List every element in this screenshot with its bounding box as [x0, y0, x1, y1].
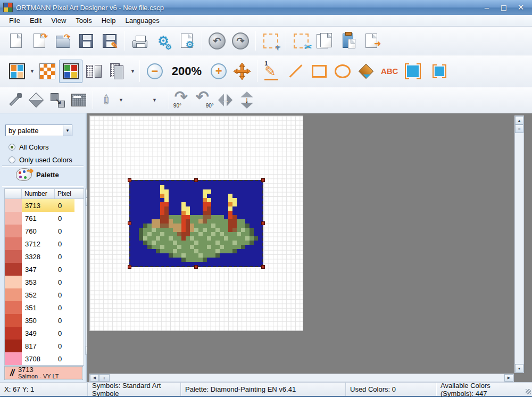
paste-button[interactable]: [336, 29, 360, 53]
close-button[interactable]: ✕: [516, 3, 526, 12]
save-button[interactable]: [74, 29, 98, 53]
color-swatch: [5, 225, 22, 237]
handle-sw[interactable]: [128, 265, 131, 269]
handle-nw[interactable]: [128, 178, 131, 182]
scroll-right-icon[interactable]: ▶: [504, 374, 513, 382]
color-view-button[interactable]: [59, 60, 82, 83]
pattern-panels-button[interactable]: [82, 60, 106, 83]
open-file-button[interactable]: ↷: [51, 29, 74, 53]
flip-horizontal-button[interactable]: →: [215, 90, 236, 110]
grid-toggle-button[interactable]: [68, 90, 89, 110]
page-settings-button[interactable]: ⚙: [175, 29, 198, 53]
eraser-tool-button[interactable]: [26, 90, 47, 110]
rectangle-tool-button[interactable]: [307, 60, 331, 83]
menu-item-help[interactable]: Help: [97, 15, 121, 26]
color-row-347[interactable]: 3470: [5, 263, 84, 276]
pencil-tool-button[interactable]: 1✎: [261, 60, 284, 83]
select-tool-button[interactable]: ➤: [259, 29, 282, 53]
copy-icon: [317, 33, 332, 49]
color-row-349[interactable]: 3490: [5, 327, 84, 340]
color-row-3708[interactable]: 37080: [5, 352, 84, 365]
layers-button[interactable]: [106, 60, 129, 83]
fill-tool-button[interactable]: [354, 60, 378, 83]
marker-dropdown[interactable]: ▼: [119, 97, 123, 103]
maximize-button[interactable]: ◻: [499, 3, 509, 12]
zoom-out-button[interactable]: −: [143, 60, 167, 83]
menu-item-languages[interactable]: Languages: [120, 15, 164, 26]
color-row-352[interactable]: 3520: [5, 288, 84, 301]
scroll-left-icon[interactable]: ◀: [90, 374, 99, 382]
handle-s[interactable]: [194, 265, 198, 269]
menu-item-edit[interactable]: Edit: [25, 15, 46, 26]
layers-dropdown[interactable]: ▼: [130, 69, 135, 74]
horizontal-scroll-thumb[interactable]: ‖: [99, 374, 110, 382]
radio-all-colors[interactable]: All Colors: [9, 143, 49, 151]
handle-se[interactable]: [261, 265, 265, 269]
color-row-817[interactable]: 8170: [5, 340, 84, 352]
text-tool-button[interactable]: ABC: [378, 60, 401, 83]
selection-region[interactable]: [129, 180, 263, 267]
color-row-3328[interactable]: 33280: [5, 250, 84, 263]
color-row-761[interactable]: 7610: [5, 212, 84, 225]
color-row-350[interactable]: 3500: [5, 314, 84, 327]
color-pixel-count: 0: [55, 301, 74, 314]
color-row-351[interactable]: 3510: [5, 301, 84, 314]
palette-view-button[interactable]: [5, 60, 29, 83]
menu-item-view[interactable]: View: [46, 15, 71, 26]
pipette-tool-button[interactable]: [4, 90, 26, 110]
handle-w[interactable]: [128, 221, 131, 225]
handle-n[interactable]: [194, 178, 198, 182]
undo-button[interactable]: ↶: [205, 29, 229, 53]
radio-used-colors[interactable]: Only used Colors: [9, 156, 72, 164]
status-palette: Palette: Diamond-Painting EN v6.41: [181, 383, 346, 396]
header-pixel[interactable]: Pixel: [55, 189, 74, 198]
selected-color-box[interactable]: // 3713 Salmon - VY LT: [4, 366, 83, 380]
rotate-ccw-button[interactable]: ↶90°: [194, 90, 215, 110]
new-file-button[interactable]: [4, 29, 28, 53]
scissors-icon: ✂: [304, 42, 312, 53]
minimize-button[interactable]: –: [482, 3, 492, 12]
handle-ne[interactable]: [261, 178, 265, 182]
ellipse-tool-button[interactable]: [331, 60, 354, 83]
marker-tool-button[interactable]: ✐: [96, 90, 118, 110]
fill-rect-button[interactable]: [401, 60, 425, 83]
rotate-cw-button[interactable]: ↷90°: [172, 90, 194, 110]
palette-view-dropdown[interactable]: ▼: [30, 69, 35, 74]
line-tool-button[interactable]: [284, 60, 307, 83]
menu-item-file[interactable]: File: [4, 15, 25, 26]
vertical-scrollbar[interactable]: ▲ = ▼: [514, 115, 524, 373]
fill-rect-small-button[interactable]: [428, 60, 451, 83]
import-image-button[interactable]: ↷: [28, 29, 51, 53]
color-row-3712[interactable]: 37120: [5, 237, 84, 250]
handle-e[interactable]: [261, 221, 265, 225]
scroll-up-icon[interactable]: ▲: [515, 116, 523, 125]
color-row-760[interactable]: 7600: [5, 225, 84, 237]
save-as-button[interactable]: ✎: [98, 29, 121, 53]
settings-button[interactable]: ⚙⚙: [152, 29, 175, 53]
symbol-view-button[interactable]: [36, 60, 59, 83]
title-bar[interactable]: ORTMANN Pixel Art Designer v6 - New file…: [0, 0, 532, 15]
fill-rect-small-icon: [435, 67, 444, 76]
copy-button[interactable]: [313, 29, 336, 53]
color-row-3713[interactable]: 37130: [5, 199, 84, 212]
export-image-button[interactable]: ➜: [360, 29, 383, 53]
palette-mode-dropdown[interactable]: by palette ▼: [5, 125, 72, 136]
pixel-canvas[interactable]: [89, 115, 303, 331]
new-file-icon: [10, 34, 22, 48]
print-button[interactable]: [128, 29, 152, 53]
menu-item-tools[interactable]: Tools: [71, 15, 96, 26]
scroll-down-icon[interactable]: ▼: [515, 364, 523, 373]
color-swatch: [5, 237, 22, 250]
cut-selection-button[interactable]: ✂: [289, 29, 313, 53]
move-tool-button[interactable]: [230, 60, 254, 83]
resize-grip-icon[interactable]: [526, 389, 531, 394]
zoom-in-button[interactable]: +: [207, 60, 230, 83]
palette-button[interactable]: ➔ Palette: [16, 168, 59, 181]
color-row-353[interactable]: 3530: [5, 276, 84, 288]
header-number[interactable]: Number: [22, 189, 55, 198]
replace-color-button[interactable]: ↘: [47, 90, 68, 110]
redo-button[interactable]: ↷: [229, 29, 252, 53]
flip-vertical-button[interactable]: ↓: [236, 90, 257, 110]
tool-options-dropdown[interactable]: ▼: [152, 97, 157, 103]
vertical-scroll-thumb[interactable]: =: [515, 125, 523, 133]
